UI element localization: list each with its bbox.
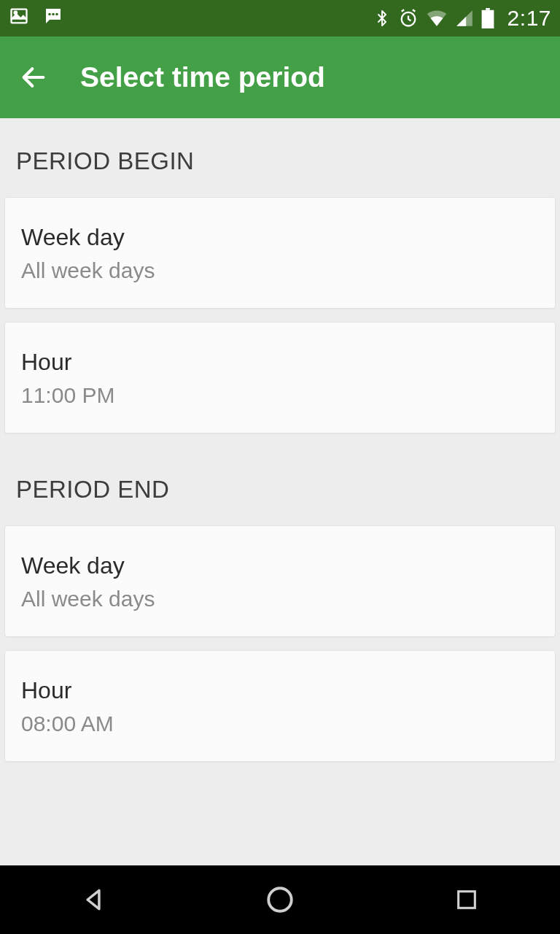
nav-home-button[interactable] xyxy=(261,881,299,919)
status-left-icons xyxy=(9,5,64,32)
begin-hour-card[interactable]: Hour 11:00 PM xyxy=(4,322,556,433)
svg-point-1 xyxy=(15,11,17,13)
messaging-icon xyxy=(42,5,64,32)
end-weekday-value: All week days xyxy=(21,587,539,611)
end-hour-card[interactable]: Hour 08:00 AM xyxy=(4,650,556,762)
svg-point-3 xyxy=(52,12,55,15)
begin-hour-value: 11:00 PM xyxy=(21,383,539,408)
svg-point-4 xyxy=(55,12,58,15)
square-recent-icon xyxy=(454,887,479,912)
circle-home-icon xyxy=(265,884,295,915)
begin-hour-label: Hour xyxy=(21,349,539,376)
begin-weekday-card[interactable]: Week day All week days xyxy=(4,197,556,309)
triangle-back-icon xyxy=(79,886,107,914)
battery-icon xyxy=(481,8,494,28)
arrow-left-icon xyxy=(19,63,48,92)
image-icon xyxy=(9,6,29,31)
alarm-icon xyxy=(398,8,419,28)
nav-recent-button[interactable] xyxy=(448,881,486,919)
status-right-icons: 2:17 xyxy=(373,6,551,31)
begin-weekday-value: All week days xyxy=(21,258,539,283)
app-bar: Select time period xyxy=(0,36,560,118)
status-bar: 2:17 xyxy=(0,0,560,36)
content-area: PERIOD BEGIN Week day All week days Hour… xyxy=(0,118,560,865)
end-weekday-card[interactable]: Week day All week days xyxy=(4,525,556,637)
page-title: Select time period xyxy=(80,61,325,93)
end-hour-value: 08:00 AM xyxy=(21,711,539,736)
cell-signal-icon xyxy=(455,9,474,28)
svg-rect-6 xyxy=(481,10,494,28)
bluetooth-icon xyxy=(373,8,391,28)
end-weekday-label: Week day xyxy=(21,552,539,579)
svg-point-8 xyxy=(268,888,292,911)
nav-back-button[interactable] xyxy=(74,881,112,919)
back-button[interactable] xyxy=(18,61,50,93)
svg-rect-7 xyxy=(486,8,490,10)
svg-point-2 xyxy=(48,12,51,15)
section-header-end: PERIOD END xyxy=(4,447,556,525)
end-hour-label: Hour xyxy=(21,677,539,704)
begin-weekday-label: Week day xyxy=(21,224,539,251)
svg-rect-9 xyxy=(459,892,475,908)
section-header-begin: PERIOD BEGIN xyxy=(4,118,556,197)
status-clock: 2:17 xyxy=(508,6,551,31)
wifi-icon xyxy=(426,9,448,27)
navigation-bar xyxy=(0,865,560,934)
